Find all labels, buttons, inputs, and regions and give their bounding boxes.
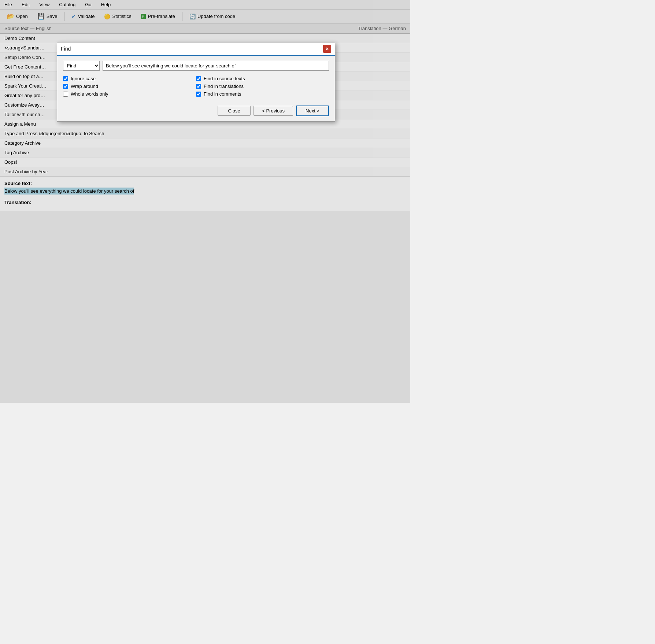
find-footer: Close < Previous Next > bbox=[63, 103, 329, 116]
wrap-around-label: Wrap around bbox=[71, 84, 98, 89]
find-source-row: Find in source texts bbox=[196, 76, 329, 81]
wrap-around-row: Wrap around bbox=[63, 84, 196, 89]
whole-words-checkbox[interactable] bbox=[63, 92, 68, 97]
find-row1: Find Replace bbox=[63, 61, 329, 71]
wrap-around-checkbox[interactable] bbox=[63, 84, 68, 89]
ignore-case-row: Ignore case bbox=[63, 76, 196, 81]
find-body: Find Replace Ignore case Wrap around Who… bbox=[57, 56, 335, 121]
find-translations-label: Find in translations bbox=[204, 84, 244, 89]
find-search-input[interactable] bbox=[103, 61, 329, 71]
find-dialog: Find × Find Replace Ignore case Wrap aro… bbox=[57, 42, 335, 122]
whole-words-row: Whole words only bbox=[63, 91, 196, 97]
find-translations-row: Find in translations bbox=[196, 84, 329, 89]
find-mode-select[interactable]: Find Replace bbox=[63, 61, 100, 71]
ignore-case-checkbox[interactable] bbox=[63, 76, 68, 81]
find-close-x-button[interactable]: × bbox=[323, 45, 331, 53]
find-next-button[interactable]: Next > bbox=[296, 106, 329, 116]
ignore-case-label: Ignore case bbox=[71, 76, 96, 81]
find-previous-button[interactable]: < Previous bbox=[254, 106, 293, 116]
find-comments-row: Find in comments bbox=[196, 91, 329, 97]
find-translations-checkbox[interactable] bbox=[196, 84, 201, 89]
find-options-left: Ignore case Wrap around Whole words only bbox=[63, 76, 196, 97]
find-source-checkbox[interactable] bbox=[196, 76, 201, 81]
whole-words-label: Whole words only bbox=[71, 91, 108, 97]
find-close-button[interactable]: Close bbox=[218, 106, 251, 116]
find-titlebar: Find × bbox=[57, 42, 335, 56]
find-options: Ignore case Wrap around Whole words only… bbox=[63, 76, 329, 97]
find-source-label: Find in source texts bbox=[204, 76, 245, 81]
find-comments-checkbox[interactable] bbox=[196, 92, 201, 97]
find-dialog-title: Find bbox=[61, 46, 71, 52]
find-options-right: Find in source texts Find in translation… bbox=[196, 76, 329, 97]
find-comments-label: Find in comments bbox=[204, 91, 241, 97]
